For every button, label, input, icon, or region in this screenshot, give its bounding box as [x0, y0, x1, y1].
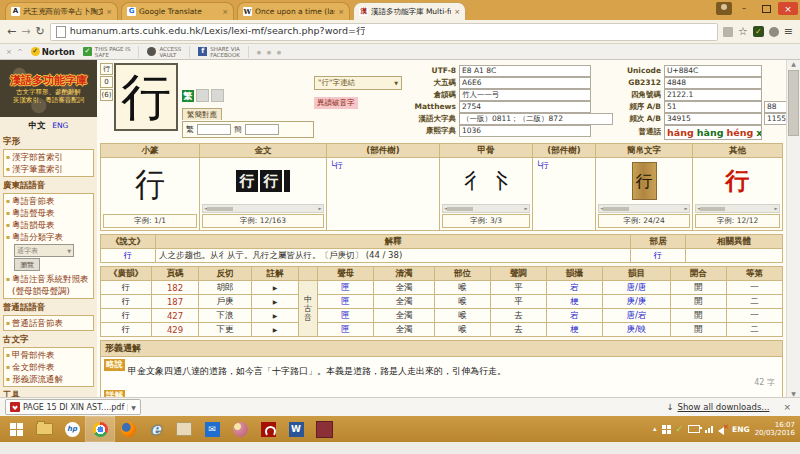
tab-3[interactable]: W Once upon a time (last na × [237, 2, 350, 20]
seal-glyph-image[interactable]: 行 [135, 163, 165, 209]
url-text[interactable]: humanum.arts.cuhk.edu.hk/Lexis/lexi-mf/s… [70, 25, 366, 38]
bronze-glyph-image[interactable]: 行 [236, 170, 258, 192]
trad-simp-tab[interactable]: 繁簡對應 [182, 108, 222, 120]
component-tree-node[interactable]: └行 [536, 160, 549, 171]
norton-collapse-icon[interactable]: ^ [17, 48, 23, 56]
scroll-right-icon[interactable]: ► [525, 206, 528, 211]
sidebar-item-mandarin-syllables[interactable]: ▪普通話音節表 [6, 317, 91, 329]
sidebar-item-finals-table[interactable]: ▪粵語韻母表 [6, 219, 91, 231]
sidebar-item-syllable-table[interactable]: ▪粵語音節表 [6, 195, 91, 207]
norton-share-button[interactable]: f SHARE VIAFACEBOOK [198, 46, 249, 58]
file-explorer-button[interactable] [30, 417, 58, 441]
shuowen-char-link[interactable]: 行 [101, 249, 156, 263]
gy-rhyme-link[interactable]: 庚/庚 [602, 295, 670, 309]
browse-button[interactable]: 瀏覽 [14, 258, 40, 271]
tab-1[interactable]: A 武王克商前帝辛占卜陶文 × [5, 2, 118, 20]
scroll-down-icon[interactable]: ▼ [791, 390, 796, 397]
scroll-thumb[interactable] [603, 207, 629, 211]
paint-button[interactable] [226, 417, 254, 441]
gy-initial-link[interactable]: 匣 [318, 281, 374, 295]
scroll-right-icon[interactable]: ► [775, 206, 778, 211]
trad-input[interactable] [197, 124, 231, 135]
tab-4-active[interactable]: 漢 漢語多功能字庫 Multi-fun × [353, 2, 466, 20]
lang-chinese[interactable]: 中文 [29, 120, 46, 130]
gy-initial-link[interactable]: 匣 [318, 309, 374, 323]
scroll-thumb[interactable] [447, 207, 473, 211]
scroll-thumb[interactable] [207, 207, 233, 211]
shuowen-radical-link[interactable]: 行 [631, 249, 686, 263]
tray-expand-icon[interactable]: ▴ [653, 425, 657, 433]
extension-icon[interactable] [723, 27, 733, 37]
alt-readings-link[interactable]: 異讀破音字 [314, 97, 358, 109]
gy-rhyme-link[interactable]: 唐/唐 [602, 281, 670, 295]
tab-2-close-icon[interactable]: × [222, 8, 228, 16]
sidebar-item-oracle-components[interactable]: ▪甲骨部件表 [6, 349, 91, 361]
tab-2[interactable]: G Google Translate × [121, 2, 234, 20]
pinyin[interactable]: háng [667, 127, 694, 138]
sidebar-item-stroke-index[interactable]: ▪漢字筆畫索引 [6, 163, 91, 175]
simp-input[interactable] [245, 124, 279, 135]
scroll-thumb[interactable] [700, 207, 725, 211]
norton-safe-badge[interactable]: ✓ THIS PAGE ISSAFE [83, 46, 140, 58]
sidebar-item-etymology[interactable]: ▪形義源流通解 [6, 373, 91, 385]
download-chevron-icon[interactable]: ▼ [127, 404, 136, 411]
extension-icon-2[interactable] [769, 27, 779, 37]
lang-english[interactable]: ENG [52, 121, 68, 130]
gy-initial-link[interactable]: 匣 [318, 323, 374, 337]
gy-group-link[interactable]: 宕 [546, 281, 602, 295]
tab-3-close-icon[interactable]: × [338, 8, 344, 16]
restore-button[interactable] [756, 2, 776, 15]
word-button[interactable]: W [282, 417, 310, 441]
char-link-select[interactable]: "行"字連結 ▼ [314, 76, 402, 90]
profile-icon[interactable] [716, 2, 732, 15]
firefox-button[interactable] [114, 417, 142, 441]
show-all-downloads-link[interactable]: ↓ Show all downloads... [666, 402, 769, 412]
clock[interactable]: 16:0720/03/2016 [755, 421, 795, 437]
downloaded-file-chip[interactable]: PAGE 15 DI XIN AST....pdf ▼ [5, 399, 141, 415]
internet-explorer-button[interactable]: e [142, 417, 170, 441]
tab-1-close-icon[interactable]: × [106, 8, 112, 16]
bronze-scrollbar[interactable]: ◄► [202, 204, 324, 213]
scroll-right-icon[interactable]: ► [319, 206, 322, 211]
other-glyph-image[interactable]: 行 [726, 165, 750, 197]
office-app-button[interactable] [310, 417, 338, 441]
page-scrollbar[interactable]: ▲ ▼ [786, 60, 800, 397]
shelf-close-icon[interactable]: × [783, 402, 791, 412]
sidebar-item-bronze-components[interactable]: ▪金文部件表 [6, 361, 91, 373]
gy-group-link[interactable]: 宕 [546, 309, 602, 323]
oracle-scrollbar[interactable]: ◄► [442, 204, 530, 213]
gy-note-expand-icon[interactable]: ▶ [252, 323, 299, 337]
other-scrollbar[interactable]: ◄► [695, 204, 780, 213]
norton-more-dots-icon[interactable]: ● ● ● [257, 49, 283, 55]
gy-rhyme-link[interactable]: 庚/映 [602, 323, 670, 337]
sidebar-item-initials-table[interactable]: ▪粵語聲母表 [6, 207, 91, 219]
volume-muted-icon[interactable]: ✕ [718, 425, 727, 433]
gy-group-link[interactable]: 梗 [546, 295, 602, 309]
pinyin[interactable]: xíng [756, 127, 762, 138]
norton-close-icon[interactable]: × [6, 48, 12, 56]
silk-scrollbar[interactable]: ◄► [598, 204, 690, 213]
sidebar-item-category-table[interactable]: ▪粵語分類字表 [6, 231, 91, 243]
norton-vault-button[interactable]: ACCESSVAULT [147, 46, 190, 58]
url-box[interactable]: humanum.arts.cuhk.edu.hk/Lexis/lexi-mf/s… [50, 23, 718, 41]
tray-grid-icon[interactable] [662, 425, 671, 434]
norton-tray-icon[interactable]: ✓ [676, 424, 684, 434]
bronze-glyph-image-partial[interactable] [284, 170, 290, 192]
hp-app-button[interactable]: hp [58, 417, 86, 441]
scroll-up-icon[interactable]: ▲ [791, 60, 796, 67]
start-button[interactable] [2, 417, 30, 441]
back-icon[interactable]: ← [7, 26, 16, 37]
mail-button[interactable]: ✉ [198, 417, 226, 441]
norton-toolbar-icon[interactable]: ✓ [753, 26, 764, 37]
chrome-button-active[interactable] [86, 417, 114, 441]
pinyin[interactable]: héng [727, 127, 754, 138]
bronze-glyph-image[interactable]: 行 [260, 170, 282, 192]
acrobat-button[interactable] [254, 417, 282, 441]
language-indicator[interactable]: ENG [732, 425, 750, 434]
component-tree-node[interactable]: └行 [330, 160, 343, 171]
bookmark-star-icon[interactable]: ☆ [738, 26, 748, 37]
battery-icon[interactable] [688, 425, 700, 433]
category-select[interactable]: 通字表▼ [14, 244, 74, 257]
pinyin[interactable]: hàng [697, 127, 724, 138]
tab-4-close-icon[interactable]: × [454, 8, 460, 16]
